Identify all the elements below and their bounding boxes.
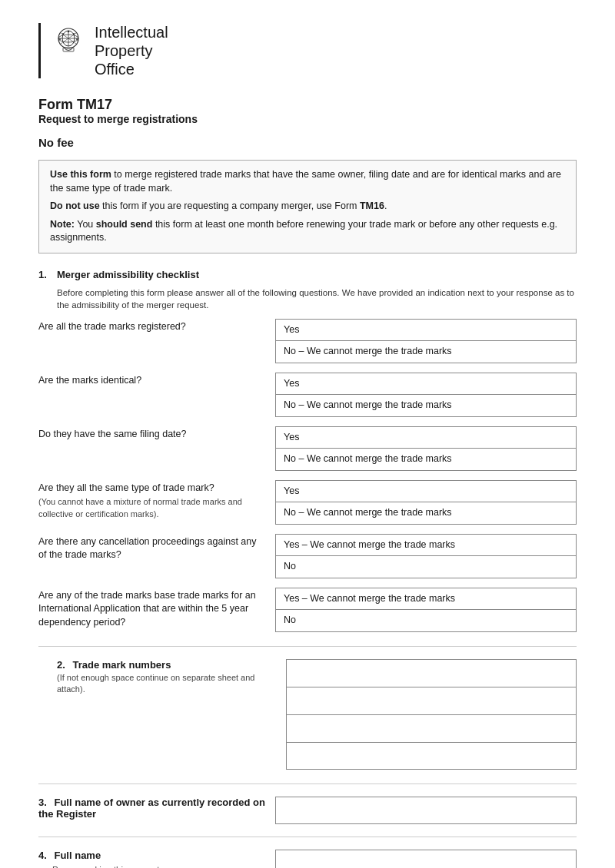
checklist-row-3: Are they all the same type of trade mark… — [38, 480, 577, 525]
checklist-row-2: Do they have the same filing date?YesNo … — [38, 426, 577, 471]
info-form-ref: TM16 — [360, 200, 384, 211]
section4-label: 4. Full name Person making this request. — [38, 850, 275, 868]
info-line1: Use this form to merge registered trade … — [50, 168, 565, 195]
section2-num: 2. — [57, 659, 65, 671]
section3-title-row: 3. Full name of owner as currently recor… — [38, 797, 266, 820]
checklist-answers-3: YesNo – We cannot merge the trade marks — [275, 480, 577, 525]
info-line3: Note: You should send this form at least… — [50, 218, 565, 245]
section4-input[interactable] — [275, 850, 577, 868]
answer-cell-5-0[interactable]: Yes – We cannot merge the trade marks — [275, 588, 577, 610]
section3-title: Full name of owner as currently recorded… — [38, 797, 265, 820]
section4-num: 4. — [38, 850, 47, 861]
svg-point-9 — [62, 33, 64, 35]
tm-number-box-2[interactable] — [286, 714, 577, 742]
page: Intellectual Property Office Form TM17 R… — [0, 0, 615, 868]
checklist-question-3: Are they all the same type of trade mark… — [38, 480, 275, 525]
checklist-row-0: Are all the trade marks registered?YesNo… — [38, 319, 577, 363]
checklist-answers-4: Yes – We cannot merge the trade marksNo — [275, 534, 577, 578]
form-title: Form TM17 — [38, 97, 577, 113]
checklist-row-1: Are the marks identical?YesNo – We canno… — [38, 373, 577, 417]
no-fee-label: No fee — [38, 136, 577, 149]
section2-boxes — [286, 659, 577, 770]
section1-header: 1. Merger admissibility checklist — [38, 269, 577, 280]
checklist-sub-3: (You cannot have a mixture of normal tra… — [38, 496, 266, 520]
crown-icon — [50, 26, 87, 63]
checklist-question-1: Are the marks identical? — [38, 373, 275, 417]
divider3 — [38, 837, 577, 837]
divider1 — [38, 646, 577, 647]
checklist-answers-1: YesNo – We cannot merge the trade marks — [275, 373, 577, 417]
tm-number-box-0[interactable] — [286, 659, 577, 687]
logo-area — [50, 26, 87, 65]
checklist-answers-2: YesNo – We cannot merge the trade marks — [275, 426, 577, 471]
answer-cell-3-1[interactable]: No – We cannot merge the trade marks — [275, 502, 577, 525]
svg-point-11 — [59, 38, 61, 40]
section4-title-row: 4. Full name — [38, 850, 266, 861]
section3: 3. Full name of owner as currently recor… — [38, 797, 577, 824]
tm-number-box-1[interactable] — [286, 687, 577, 714]
org-name: Intellectual Property Office — [95, 23, 168, 78]
svg-point-8 — [68, 31, 69, 32]
checklist-question-0: Are all the trade marks registered? — [38, 319, 275, 363]
answer-cell-2-1[interactable]: No – We cannot merge the trade marks — [275, 448, 577, 471]
info-bold1: Use this form — [50, 169, 111, 180]
answer-cell-5-1[interactable]: No — [275, 609, 577, 632]
header: Intellectual Property Office — [38, 23, 577, 78]
checklist-answers-5: Yes – We cannot merge the trade marksNo — [275, 588, 577, 632]
section1: 1. Merger admissibility checklist Before… — [38, 269, 577, 632]
section1-num: 1. — [38, 269, 52, 280]
checklist-question-5: Are any of the trade marks base trade ma… — [38, 588, 275, 632]
section2-title: Trade mark numbers — [72, 659, 171, 671]
section2-header-row: 2. Trade mark numbers — [57, 659, 277, 671]
info-box: Use this form to merge registered trade … — [38, 160, 577, 253]
answer-cell-0-1[interactable]: No – We cannot merge the trade marks — [275, 340, 577, 363]
section1-subtitle: Before completing this form please answe… — [57, 287, 577, 311]
answer-cell-4-1[interactable]: No — [275, 555, 577, 578]
svg-point-12 — [76, 38, 78, 40]
section1-title: Merger admissibility checklist — [57, 269, 199, 280]
section3-label: 3. Full name of owner as currently recor… — [38, 797, 275, 824]
section4-title: Full name — [54, 850, 101, 861]
form-title-section: Form TM17 Request to merge registrations — [38, 97, 577, 125]
checklist-rows: Are all the trade marks registered?YesNo… — [38, 319, 577, 632]
section2-label: 2. Trade mark numbers (If not enough spa… — [57, 659, 286, 696]
section2-sub: (If not enough space continue on separat… — [57, 672, 277, 696]
answer-cell-0-0[interactable]: Yes — [275, 319, 577, 341]
section3-input[interactable] — [275, 797, 577, 824]
checklist-row-4: Are there any cancellation proceedings a… — [38, 534, 577, 578]
info-bold3: Note: — [50, 219, 75, 230]
checklist-question-2: Do they have the same filing date? — [38, 426, 275, 471]
form-subtitle: Request to merge registrations — [38, 113, 577, 125]
answer-cell-1-1[interactable]: No – We cannot merge the trade marks — [275, 394, 577, 417]
answer-cell-3-0[interactable]: Yes — [275, 480, 577, 502]
info-line2: Do not use this form if you are requesti… — [50, 200, 565, 214]
section4: 4. Full name Person making this request. — [38, 850, 577, 868]
info-bold4: should send — [96, 219, 153, 230]
checklist-question-4: Are there any cancellation proceedings a… — [38, 534, 275, 578]
svg-point-10 — [73, 33, 75, 35]
section4-sub: Person making this request. — [52, 863, 266, 868]
section2: 2. Trade mark numbers (If not enough spa… — [38, 659, 577, 770]
answer-cell-4-0[interactable]: Yes – We cannot merge the trade marks — [275, 534, 577, 556]
answer-cell-1-0[interactable]: Yes — [275, 373, 577, 395]
checklist-answers-0: YesNo – We cannot merge the trade marks — [275, 319, 577, 363]
info-bold2: Do not use — [50, 200, 100, 211]
section2-row: 2. Trade mark numbers (If not enough spa… — [38, 659, 577, 770]
checklist-row-5: Are any of the trade marks base trade ma… — [38, 588, 577, 632]
tm-number-box-3[interactable] — [286, 742, 577, 770]
answer-cell-2-0[interactable]: Yes — [275, 426, 577, 449]
section3-num: 3. — [38, 797, 47, 808]
divider2 — [38, 784, 577, 784]
